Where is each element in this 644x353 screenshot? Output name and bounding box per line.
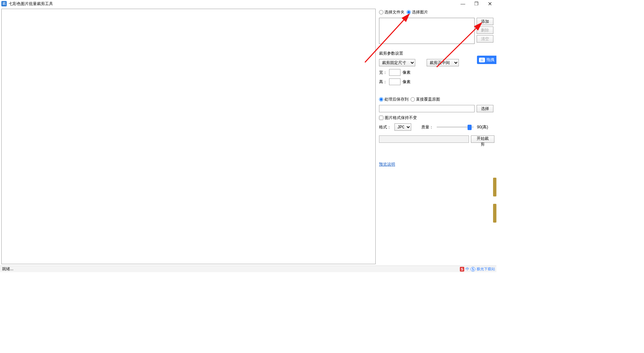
cloud-icon: 云 [479,58,485,62]
radio-save-to-input[interactable] [379,97,383,102]
quality-slider[interactable] [437,124,474,130]
keep-format-input[interactable] [379,116,383,120]
file-list[interactable] [379,18,475,44]
window-controls: — ❐ ✕ [456,0,496,7]
format-select[interactable]: JPG [394,123,411,131]
status-text: 就绪... [2,266,13,272]
control-panel: 选择文件夹 选择图片 添加 删除 清空 裁剪参数设置 裁剪固定尺寸 裁剪正中间 [376,7,496,266]
app-title: 七彩色图片批量裁剪工具 [9,1,53,7]
site-text: 极光下载站 [477,267,495,272]
radio-save-to[interactable]: 处理后保存到 [379,97,409,102]
crop-position-select[interactable]: 裁剪正中间 [427,59,459,66]
radio-select-folder[interactable]: 选择文件夹 [379,9,405,15]
keep-format-checkbox[interactable]: 图片格式保持不变 [379,115,417,121]
width-unit: 像素 [402,70,411,75]
watermark: S 中 5 极光下载站 [460,267,495,272]
radio-save-to-label: 处理后保存到 [384,97,409,102]
keep-format-label: 图片格式保持不变 [385,115,417,121]
clear-button: 清空 [477,35,493,43]
radio-select-folder-label: 选择文件夹 [384,9,405,15]
delete-button: 删除 [477,26,493,34]
radio-overwrite[interactable]: 直接覆盖原图 [411,97,440,102]
crop-mode-select[interactable]: 裁剪固定尺寸 [379,59,415,66]
maximize-button[interactable]: ❐ [470,0,483,7]
width-label: 宽： [379,70,387,75]
site-icon: 5 [471,267,475,272]
preview-link[interactable]: 预览说明 [379,162,395,167]
radio-select-image[interactable]: 选择图片 [407,9,428,15]
add-button[interactable]: 添加 [477,18,493,25]
ime-icon: S [460,267,464,272]
slider-thumb[interactable] [468,125,472,130]
quality-label: 质量： [421,124,433,130]
radio-overwrite-input[interactable] [411,97,415,102]
source-mode-row: 选择文件夹 选择图片 [379,9,494,15]
save-path-input[interactable] [379,105,475,112]
height-unit: 像素 [402,79,411,85]
radio-select-image-label: 选择图片 [412,9,428,15]
statusbar: 就绪... [0,266,496,272]
height-input[interactable] [389,78,400,85]
preview-canvas [1,9,376,264]
quality-value: 90(高) [477,124,488,130]
cloud-text: 拖拽 [486,57,494,63]
width-input[interactable] [389,69,400,76]
radio-select-image-input[interactable] [407,10,411,14]
ruler-decoration-2 [493,204,496,223]
ime-text: 中 [466,267,469,272]
format-label: 格式： [379,124,391,130]
radio-overwrite-label: 直接覆盖原图 [416,97,440,102]
app-icon: 裁 [1,1,7,6]
minimize-button[interactable]: — [456,0,470,7]
cloud-badge[interactable]: 云 拖拽 [477,56,496,64]
radio-select-folder-input[interactable] [379,10,383,14]
progress-bar [379,135,469,143]
start-crop-button[interactable]: 开始裁剪 [471,135,494,143]
titlebar: 裁 七彩色图片批量裁剪工具 — ❐ ✕ [0,0,496,7]
height-label: 高： [379,79,387,85]
ruler-decoration-1 [493,178,496,196]
choose-path-button[interactable]: 选择 [477,105,493,112]
crop-section-title: 裁剪参数设置 [379,51,494,56]
close-button[interactable]: ✕ [483,0,496,7]
